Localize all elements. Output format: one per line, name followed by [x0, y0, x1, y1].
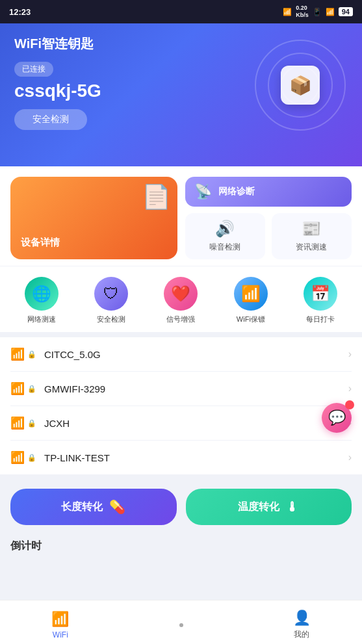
signal-icon: 📶 [283, 8, 292, 16]
sim-icon: 📱 [313, 8, 322, 16]
feature-signal-boost[interactable]: ❤️ 信号增强 [164, 277, 198, 324]
chevron-3: › [348, 452, 352, 463]
wifi-guard-icon: 📶 [234, 277, 268, 311]
wifi-name-3: TP-LINK-TEST [44, 452, 348, 463]
net-speed-icon: 🌐 [25, 277, 58, 311]
net-diag-card[interactable]: 📡 网络诊断 [185, 177, 352, 207]
connected-badge: 已连接 [14, 62, 53, 77]
checkin-icon: 📅 [304, 277, 337, 311]
feature-label-0: 网络测速 [27, 315, 56, 324]
feature-wifi-guard[interactable]: 📶 WiFi保镖 [234, 277, 268, 324]
nav-mine-label: 我的 [294, 629, 309, 640]
feature-net-speed[interactable]: 🌐 网络测速 [25, 277, 58, 324]
status-icons: 📶 0.20 Kb/s 📱 📶 94 [283, 5, 353, 19]
wifi-item-2[interactable]: 📶 🔒 JCXH › [10, 406, 352, 441]
battery-level: 94 [339, 7, 353, 16]
feature-label-2: 信号增强 [166, 315, 195, 324]
length-convert-button[interactable]: 长度转化 💊 [10, 489, 177, 525]
length-icon: 💊 [109, 499, 125, 515]
feature-label-3: WiFi保镖 [237, 315, 265, 324]
speed-icon: 📰 [302, 220, 321, 238]
wifi-graphic: 📦 [252, 36, 349, 134]
length-label: 长度转化 [61, 500, 103, 514]
doc-icon: 📄 [142, 183, 171, 211]
noise-check-card[interactable]: 🔊 噪音检测 [185, 213, 265, 259]
feature-daily-checkin[interactable]: 📅 每日打卡 [304, 277, 337, 324]
right-cards: 📡 网络诊断 🔊 噪音检测 📰 资讯测速 [185, 177, 352, 259]
float-chat-button[interactable]: 💬 [322, 403, 352, 433]
bottom-nav: 📶 WiFi 👤 我的 [0, 600, 362, 644]
wifi-lock-0: 📶 🔒 [10, 347, 36, 361]
net-diag-label: 网络诊断 [218, 186, 255, 198]
small-cards: 🔊 噪音检测 📰 资讯测速 [185, 213, 352, 259]
feature-label-4: 每日打卡 [306, 315, 335, 324]
chat-badge [345, 400, 354, 409]
device-detail-card[interactable]: 📄 设备详情 [10, 177, 177, 259]
feature-row: 🌐 网络测速 🛡 安全检测 ❤️ 信号增强 📶 WiFi保镖 📅 每日打卡 [0, 266, 362, 332]
nav-center-dot [179, 623, 183, 627]
time: 12:23 [9, 7, 31, 17]
speed-label: 资讯测速 [296, 242, 327, 253]
chevron-0: › [348, 348, 352, 360]
security-button[interactable]: 安全检测 [14, 109, 87, 130]
nav-wifi[interactable]: 📶 WiFi [0, 606, 121, 639]
wifi-item-1[interactable]: 📶 🔒 GMWIFI-3299 › [10, 372, 352, 406]
wifi-name-2: JCXH [44, 418, 348, 429]
cube-icon: 📦 [281, 66, 320, 105]
temp-icon: 🌡 [286, 500, 299, 515]
quick-tools-section: 📄 设备详情 📡 网络诊断 🔊 噪音检测 📰 资讯测速 [0, 166, 362, 266]
wifi-item-0[interactable]: 📶 🔒 CITCC_5.0G › [10, 337, 352, 372]
wifi-name-1: GMWIFI-3299 [44, 383, 348, 394]
nav-mine[interactable]: 👤 我的 [241, 604, 362, 640]
nav-mine-icon: 👤 [293, 610, 311, 626]
wifi-lock-2: 📶 🔒 [10, 416, 36, 430]
signal-text: 0.20 Kb/s [296, 5, 309, 19]
nav-dot-spacer [121, 618, 242, 627]
chevron-1: › [348, 383, 352, 394]
countdown-label: 倒计时 [10, 539, 352, 553]
wifi-icon: 📶 [326, 8, 335, 16]
nav-wifi-icon: 📶 [51, 611, 69, 628]
countdown-section: 倒计时 [0, 534, 362, 570]
feature-security[interactable]: 🛡 安全检测 [94, 277, 128, 324]
hero-section: 📦 WiFi智连钥匙 已连接 cssqkj-5G 安全检测 [0, 23, 362, 166]
temp-convert-button[interactable]: 温度转化 🌡 [186, 489, 352, 525]
feature-label-1: 安全检测 [97, 315, 125, 324]
wifi-list: 📶 🔒 CITCC_5.0G › 📶 🔒 GMWIFI-3299 › 📶 🔒 J… [0, 337, 362, 474]
temp-label: 温度转化 [238, 500, 279, 514]
wifi-name-0: CITCC_5.0G [44, 349, 348, 360]
signal-boost-icon: ❤️ [164, 277, 198, 311]
noise-icon: 🔊 [215, 220, 235, 238]
wifi-lock-3: 📶 🔒 [10, 450, 36, 465]
noise-label: 噪音检测 [209, 242, 240, 253]
wifi-lock-1: 📶 🔒 [10, 381, 36, 396]
nav-wifi-label: WiFi [53, 630, 68, 639]
wifi-item-3[interactable]: 📶 🔒 TP-LINK-TEST › [10, 441, 352, 474]
net-diag-icon: 📡 [194, 183, 212, 200]
status-bar: 12:23 📶 0.20 Kb/s 📱 📶 94 [0, 0, 362, 23]
device-detail-label: 设备详情 [21, 237, 167, 249]
security-icon: 🛡 [94, 277, 128, 311]
quick-grid: 📄 设备详情 📡 网络诊断 🔊 噪音检测 📰 资讯测速 [10, 177, 352, 259]
bottom-buttons: 长度转化 💊 温度转化 🌡 [0, 480, 362, 534]
speed-test-card[interactable]: 📰 资讯测速 [272, 213, 352, 259]
